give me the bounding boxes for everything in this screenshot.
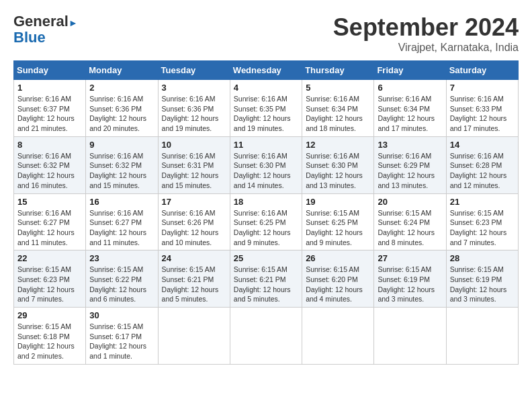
calendar-header-sunday: Sunday xyxy=(14,61,86,80)
calendar-cell: 21Sunrise: 6:15 AMSunset: 6:23 PMDayligh… xyxy=(446,193,518,250)
calendar-cell: 29Sunrise: 6:15 AMSunset: 6:18 PMDayligh… xyxy=(14,308,86,365)
calendar-cell xyxy=(446,308,518,365)
day-number: 21 xyxy=(450,197,515,207)
day-number: 9 xyxy=(89,140,154,150)
day-info: Sunrise: 6:16 AMSunset: 6:27 PMDaylight:… xyxy=(17,208,82,248)
calendar-cell: 23Sunrise: 6:15 AMSunset: 6:22 PMDayligh… xyxy=(86,250,158,308)
calendar-cell: 25Sunrise: 6:15 AMSunset: 6:21 PMDayligh… xyxy=(230,250,302,308)
day-number: 4 xyxy=(234,83,298,93)
day-number: 12 xyxy=(306,140,370,150)
calendar-cell: 26Sunrise: 6:15 AMSunset: 6:20 PMDayligh… xyxy=(302,250,374,308)
calendar-week-4: 22Sunrise: 6:15 AMSunset: 6:23 PMDayligh… xyxy=(14,250,519,308)
calendar-header-wednesday: Wednesday xyxy=(230,61,302,80)
calendar-cell: 19Sunrise: 6:15 AMSunset: 6:25 PMDayligh… xyxy=(302,193,374,250)
day-info: Sunrise: 6:15 AMSunset: 6:24 PMDaylight:… xyxy=(378,208,442,248)
day-number: 8 xyxy=(17,140,82,150)
day-number: 30 xyxy=(89,310,154,320)
calendar-cell: 2Sunrise: 6:16 AMSunset: 6:36 PMDaylight… xyxy=(86,80,158,137)
day-number: 17 xyxy=(162,197,226,207)
day-info: Sunrise: 6:16 AMSunset: 6:33 PMDaylight:… xyxy=(450,94,515,134)
calendar-header-monday: Monday xyxy=(86,61,158,80)
calendar-cell: 5Sunrise: 6:16 AMSunset: 6:34 PMDaylight… xyxy=(302,80,374,137)
calendar-header-tuesday: Tuesday xyxy=(158,61,230,80)
calendar-cell: 16Sunrise: 6:16 AMSunset: 6:27 PMDayligh… xyxy=(86,193,158,250)
calendar-cell: 27Sunrise: 6:15 AMSunset: 6:19 PMDayligh… xyxy=(374,250,446,308)
calendar-cell xyxy=(302,308,374,365)
day-number: 25 xyxy=(234,253,298,263)
day-info: Sunrise: 6:16 AMSunset: 6:25 PMDaylight:… xyxy=(234,208,298,248)
day-info: Sunrise: 6:15 AMSunset: 6:23 PMDaylight:… xyxy=(450,208,515,248)
title-block: September 2024 Virajpet, Karnataka, Indi… xyxy=(333,13,519,54)
day-number: 27 xyxy=(378,253,442,263)
day-info: Sunrise: 6:15 AMSunset: 6:20 PMDaylight:… xyxy=(306,265,370,304)
day-number: 10 xyxy=(162,140,226,150)
calendar-cell: 22Sunrise: 6:15 AMSunset: 6:23 PMDayligh… xyxy=(14,250,86,308)
day-number: 19 xyxy=(306,197,370,207)
day-info: Sunrise: 6:16 AMSunset: 6:37 PMDaylight:… xyxy=(17,94,82,134)
calendar-cell: 1Sunrise: 6:16 AMSunset: 6:37 PMDaylight… xyxy=(14,80,86,137)
calendar-cell: 20Sunrise: 6:15 AMSunset: 6:24 PMDayligh… xyxy=(374,193,446,250)
day-number: 16 xyxy=(89,197,154,207)
day-info: Sunrise: 6:16 AMSunset: 6:36 PMDaylight:… xyxy=(89,94,154,134)
day-info: Sunrise: 6:15 AMSunset: 6:23 PMDaylight:… xyxy=(17,265,82,304)
calendar-cell: 12Sunrise: 6:16 AMSunset: 6:30 PMDayligh… xyxy=(302,136,374,193)
day-info: Sunrise: 6:15 AMSunset: 6:19 PMDaylight:… xyxy=(378,265,442,304)
calendar-cell: 7Sunrise: 6:16 AMSunset: 6:33 PMDaylight… xyxy=(446,80,518,137)
calendar-cell: 14Sunrise: 6:16 AMSunset: 6:28 PMDayligh… xyxy=(446,136,518,193)
calendar-cell: 30Sunrise: 6:15 AMSunset: 6:17 PMDayligh… xyxy=(86,308,158,365)
day-info: Sunrise: 6:16 AMSunset: 6:28 PMDaylight:… xyxy=(450,151,515,191)
logo: General► Blue xyxy=(13,13,78,46)
day-info: Sunrise: 6:15 AMSunset: 6:18 PMDaylight:… xyxy=(17,322,82,361)
calendar-cell: 4Sunrise: 6:16 AMSunset: 6:35 PMDaylight… xyxy=(230,80,302,137)
calendar-cell: 9Sunrise: 6:16 AMSunset: 6:32 PMDaylight… xyxy=(86,136,158,193)
day-number: 1 xyxy=(17,83,82,93)
day-number: 13 xyxy=(378,140,442,150)
calendar-cell: 28Sunrise: 6:15 AMSunset: 6:19 PMDayligh… xyxy=(446,250,518,308)
calendar-header-thursday: Thursday xyxy=(302,61,374,80)
day-number: 26 xyxy=(306,253,370,263)
calendar-cell: 10Sunrise: 6:16 AMSunset: 6:31 PMDayligh… xyxy=(158,136,230,193)
calendar-header-row: SundayMondayTuesdayWednesdayThursdayFrid… xyxy=(14,61,519,80)
calendar-cell xyxy=(374,308,446,365)
day-number: 29 xyxy=(17,310,82,320)
day-info: Sunrise: 6:15 AMSunset: 6:21 PMDaylight:… xyxy=(234,265,298,304)
calendar-cell: 15Sunrise: 6:16 AMSunset: 6:27 PMDayligh… xyxy=(14,193,86,250)
calendar-cell: 3Sunrise: 6:16 AMSunset: 6:36 PMDaylight… xyxy=(158,80,230,137)
calendar-header-saturday: Saturday xyxy=(446,61,518,80)
page-header: General► Blue September 2024 Virajpet, K… xyxy=(13,13,519,54)
logo-text: General► xyxy=(13,13,78,30)
day-info: Sunrise: 6:15 AMSunset: 6:22 PMDaylight:… xyxy=(89,265,154,304)
day-number: 15 xyxy=(17,197,82,207)
logo-blue: Blue xyxy=(13,30,46,46)
day-info: Sunrise: 6:16 AMSunset: 6:30 PMDaylight:… xyxy=(306,151,370,191)
calendar-table: SundayMondayTuesdayWednesdayThursdayFrid… xyxy=(13,60,519,365)
location: Virajpet, Karnataka, India xyxy=(333,42,519,54)
calendar-header-friday: Friday xyxy=(374,61,446,80)
day-number: 5 xyxy=(306,83,370,93)
day-info: Sunrise: 6:16 AMSunset: 6:34 PMDaylight:… xyxy=(378,94,442,134)
day-number: 7 xyxy=(450,83,515,93)
day-info: Sunrise: 6:16 AMSunset: 6:31 PMDaylight:… xyxy=(162,151,226,191)
day-info: Sunrise: 6:15 AMSunset: 6:19 PMDaylight:… xyxy=(450,265,515,304)
day-number: 6 xyxy=(378,83,442,93)
calendar-cell: 8Sunrise: 6:16 AMSunset: 6:32 PMDaylight… xyxy=(14,136,86,193)
day-number: 20 xyxy=(378,197,442,207)
day-info: Sunrise: 6:16 AMSunset: 6:32 PMDaylight:… xyxy=(17,151,82,191)
day-info: Sunrise: 6:16 AMSunset: 6:34 PMDaylight:… xyxy=(306,94,370,134)
calendar-cell: 17Sunrise: 6:16 AMSunset: 6:26 PMDayligh… xyxy=(158,193,230,250)
day-number: 2 xyxy=(89,83,154,93)
calendar-week-1: 1Sunrise: 6:16 AMSunset: 6:37 PMDaylight… xyxy=(14,80,519,137)
calendar-cell xyxy=(230,308,302,365)
calendar-cell: 24Sunrise: 6:15 AMSunset: 6:21 PMDayligh… xyxy=(158,250,230,308)
calendar-week-3: 15Sunrise: 6:16 AMSunset: 6:27 PMDayligh… xyxy=(14,193,519,250)
day-number: 3 xyxy=(162,83,226,93)
day-info: Sunrise: 6:16 AMSunset: 6:35 PMDaylight:… xyxy=(234,94,298,134)
day-number: 23 xyxy=(89,253,154,263)
calendar-cell: 11Sunrise: 6:16 AMSunset: 6:30 PMDayligh… xyxy=(230,136,302,193)
month-title: September 2024 xyxy=(333,13,519,42)
day-info: Sunrise: 6:16 AMSunset: 6:32 PMDaylight:… xyxy=(89,151,154,191)
day-info: Sunrise: 6:15 AMSunset: 6:21 PMDaylight:… xyxy=(162,265,226,304)
day-number: 11 xyxy=(234,140,298,150)
calendar-cell: 6Sunrise: 6:16 AMSunset: 6:34 PMDaylight… xyxy=(374,80,446,137)
day-number: 24 xyxy=(162,253,226,263)
